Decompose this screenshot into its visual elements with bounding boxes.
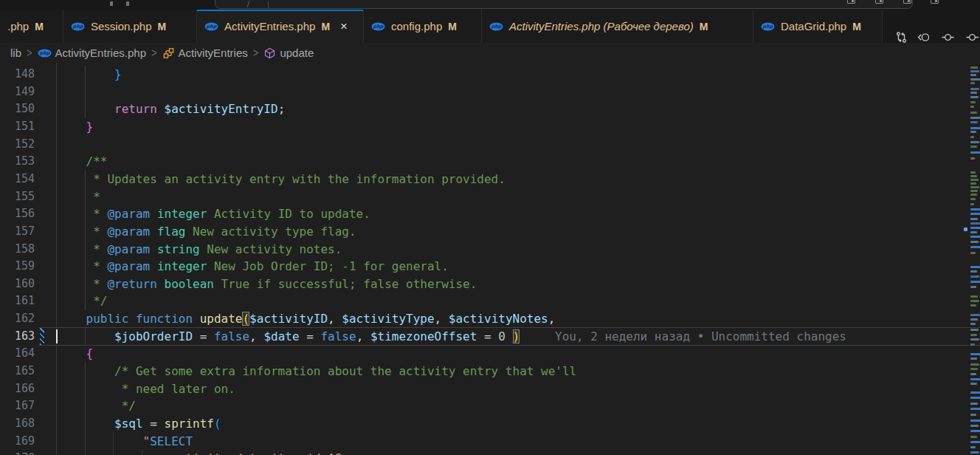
code-editor[interactable]: 148 }149150 return $activityEntryID;151 … <box>0 63 980 455</box>
minimap-line <box>970 383 977 385</box>
code-line-150[interactable]: 150 return $activityEntryID; <box>0 100 980 118</box>
tab-config-php[interactable]: phpconfig.phpM <box>364 10 482 43</box>
code-line-159[interactable]: 159 * @param integer New Job Order ID; -… <box>0 258 980 276</box>
code-line-152[interactable]: 152 <box>0 136 980 154</box>
previous-change-icon[interactable] <box>917 31 930 44</box>
code-text: */ <box>58 292 107 310</box>
code-line-160[interactable]: 160 * @return boolean True if successful… <box>0 276 980 293</box>
line-number[interactable]: 157 <box>0 223 35 241</box>
svg-text:php: php <box>373 24 384 30</box>
line-number[interactable]: 169 <box>0 433 35 451</box>
tab-activityentries-php-[interactable]: phpActivityEntries.php (Рабочее дерево)M <box>482 10 753 43</box>
tab-datagrid-php[interactable]: phpDataGrid.phpM <box>753 10 883 43</box>
close-icon[interactable]: × <box>340 20 348 32</box>
line-number[interactable]: 158 <box>0 241 35 259</box>
line-number[interactable]: 155 <box>0 188 35 206</box>
line-number[interactable]: 170 <box>0 450 35 455</box>
code-line-155[interactable]: 155 * <box>0 188 980 206</box>
layout-customize-icon[interactable] <box>931 0 939 4</box>
line-number[interactable]: 148 <box>0 66 35 83</box>
code-line-151[interactable]: 151 } <box>0 118 980 136</box>
line-number[interactable]: 152 <box>0 136 35 154</box>
php-icon: php <box>71 22 85 31</box>
minimap-line <box>970 446 976 448</box>
line-number[interactable]: 168 <box>0 415 35 433</box>
breadcrumb-label: update <box>280 47 314 59</box>
php-icon: php <box>371 22 385 31</box>
line-number[interactable]: 154 <box>0 171 35 188</box>
code-text: /** <box>58 153 107 171</box>
editor-actions <box>883 10 980 43</box>
git-modified-badge: M <box>448 21 457 32</box>
layout-sidebar-icon[interactable] <box>847 0 855 4</box>
line-number[interactable]: 164 <box>0 345 35 363</box>
svg-text:php: php <box>39 50 50 56</box>
layout-secondary-sidebar-icon[interactable] <box>903 0 911 4</box>
line-number[interactable]: 161 <box>0 292 35 310</box>
code-line-169[interactable]: 169 "SELECT <box>0 433 980 451</box>
tab-activityentries-php[interactable]: phpActivityEntries.phpM× <box>197 10 364 43</box>
code-line-166[interactable]: 166 * need later on. <box>0 380 980 398</box>
code-line-167[interactable]: 167 */ <box>0 397 980 415</box>
code-line-153[interactable]: 153 /** <box>0 153 980 171</box>
git-commit-icon[interactable] <box>942 31 954 44</box>
code-line-165[interactable]: 165 /* Get some extra information about … <box>0 363 980 380</box>
code-line-168[interactable]: 168 $sql = sprintf( <box>0 415 980 433</box>
minimap-line <box>970 451 979 454</box>
compare-changes-icon[interactable] <box>895 31 908 44</box>
minimap-line <box>970 198 976 200</box>
breadcrumb-item-lib[interactable]: lib <box>10 47 21 59</box>
code-line-164[interactable]: 164 { <box>0 345 980 363</box>
line-number[interactable]: 166 <box>0 380 35 398</box>
next-commit-icon[interactable] <box>966 31 979 44</box>
minimap[interactable] <box>969 63 980 455</box>
line-number[interactable]: 160 <box>0 276 35 293</box>
breadcrumb-item-activityentries[interactable]: ActivityEntries <box>162 47 248 59</box>
line-number[interactable]: 162 <box>0 310 35 328</box>
minimap-line <box>970 363 979 366</box>
line-number[interactable]: 163 <box>0 328 35 346</box>
code-line-161[interactable]: 161 */ <box>0 292 980 310</box>
code-line-154[interactable]: 154 * Updates an activity entry with the… <box>0 171 980 188</box>
breadcrumb-label: ActivityEntries <box>179 47 248 59</box>
line-number[interactable]: 151 <box>0 118 35 136</box>
code-line-156[interactable]: 156 * @param integer Activity ID to upda… <box>0 205 980 223</box>
line-number[interactable]: 167 <box>0 397 35 415</box>
minimap-line <box>970 318 978 321</box>
minimap-line <box>970 175 977 177</box>
tab-label: .php <box>7 20 29 32</box>
code-line-158[interactable]: 158 * @param string New activity notes. <box>0 241 980 259</box>
tab--php[interactable]: .phpM <box>0 10 63 43</box>
line-number[interactable]: 149 <box>0 83 35 101</box>
titlebar-left-icon <box>126 1 129 6</box>
minimap-line <box>970 270 977 273</box>
layout-panel-icon[interactable] <box>875 0 883 4</box>
command-center-search[interactable] <box>215 0 913 9</box>
code-text: $sql = sprintf( <box>58 415 221 433</box>
minimap-line <box>970 358 977 360</box>
code-line-148[interactable]: 148 } <box>0 66 980 83</box>
code-text: return $activityEntryID; <box>58 100 285 118</box>
code-line-149[interactable]: 149 <box>0 83 980 101</box>
breadcrumb-item-activityentries-php[interactable]: phpActivityEntries.php <box>38 47 146 59</box>
tab-session-php[interactable]: phpSession.phpM <box>63 10 197 43</box>
minimap-line <box>970 397 980 399</box>
line-number[interactable]: 153 <box>0 153 35 171</box>
minimap-line <box>970 96 979 98</box>
code-text: "SELECT <box>58 433 193 451</box>
line-number[interactable]: 159 <box>0 258 35 276</box>
minimap-line <box>970 231 977 233</box>
code-line-157[interactable]: 157 * @param flag New activity type flag… <box>0 223 980 241</box>
line-number[interactable]: 156 <box>0 205 35 223</box>
line-number[interactable]: 150 <box>0 100 35 118</box>
breadcrumb-item-update[interactable]: update <box>263 47 314 59</box>
code-text: * Updates an activity entry with the inf… <box>58 171 505 188</box>
php-icon: php <box>489 22 503 31</box>
code-line-162[interactable]: 162 public function update($activityID, … <box>0 310 980 328</box>
code-line-170[interactable]: 170 activity.data_item_id AS <box>0 450 980 455</box>
minimap-line <box>970 106 974 108</box>
tab-label: config.php <box>391 20 442 32</box>
line-number[interactable]: 165 <box>0 363 35 380</box>
tab-bar: .phpMphpSession.phpMphpActivityEntries.p… <box>0 10 980 43</box>
minimap-line <box>970 117 980 119</box>
